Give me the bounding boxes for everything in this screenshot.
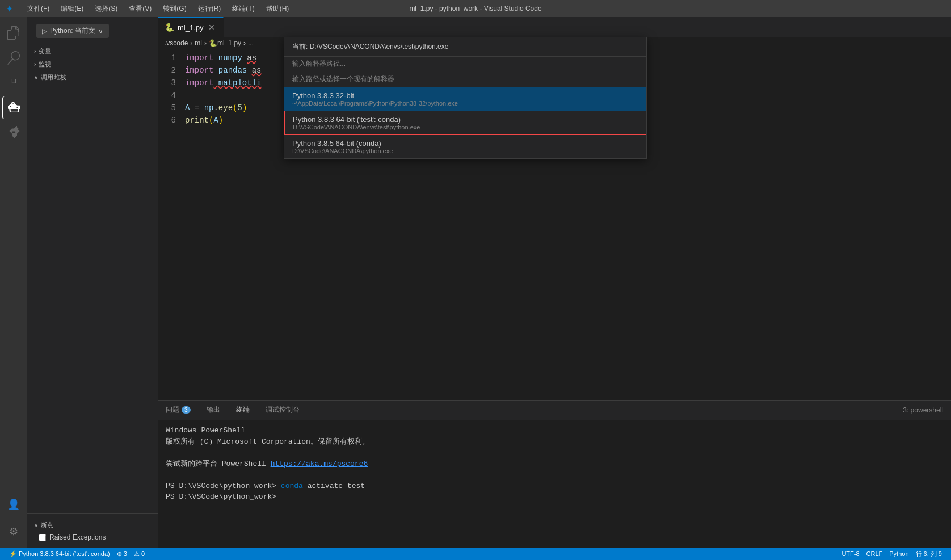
sidebar: ▷ Python: 当前文 ∨ › 变量 › 监视 ∨ 调用堆栈	[27, 17, 158, 548]
error-icon: ⊗	[117, 550, 122, 558]
raised-exceptions-item: Raised Exceptions	[27, 532, 158, 543]
status-warnings[interactable]: ⚠ 0	[131, 548, 148, 560]
chevron-down-icon2: ∨	[34, 74, 39, 81]
settings-icon[interactable]: ⚙	[2, 520, 25, 543]
status-right: UTF-8 CRLF Python 行 6, 列 9	[838, 550, 945, 558]
breadcrumb-filename[interactable]: ml_1.py	[217, 39, 241, 47]
breadcrumb-sep1: ›	[190, 39, 192, 47]
menu-help[interactable]: 帮助(H)	[262, 3, 294, 15]
terminal-conda-cmd: conda	[281, 482, 303, 490]
dropdown-item-py383-32[interactable]: Python 3.8.3 32-bit ~\AppData\Local\Prog…	[284, 87, 646, 111]
panel-tab-problems[interactable]: 问题 3	[158, 401, 199, 420]
id-matplotlib: matplotli	[213, 77, 261, 89]
editor-tab-ml1py[interactable]: 🐍 ml_1.py ✕	[158, 17, 224, 37]
breadcrumb-sep2: ›	[204, 39, 207, 47]
id-pandas: pandas	[213, 64, 251, 77]
status-encoding[interactable]: UTF-8	[838, 550, 862, 557]
status-python-interpreter: Python 3.8.3 64-bit ('test': conda)	[19, 550, 110, 557]
line-num-5: 5	[158, 102, 176, 114]
dropdown-search-title: 输入解释器路径...	[284, 57, 646, 72]
dropdown-item-title-2: Python 3.8.3 64-bit ('test': conda)	[293, 115, 638, 124]
raised-exceptions-checkbox[interactable]	[39, 534, 46, 541]
terminal-line-7: PS D:\VSCode\python_work>	[166, 491, 943, 503]
paren-open-1: (	[233, 102, 237, 114]
sidebar-watch-header[interactable]: › 监视	[27, 58, 158, 71]
menu-edit[interactable]: 编辑(E)	[56, 3, 88, 15]
menu-select[interactable]: 选择(S)	[90, 3, 122, 15]
dropdown-item-title-3: Python 3.8.5 64-bit (conda)	[292, 139, 638, 148]
panel: 问题 3 输出 终端 调试控制台 3: powershell Windows P…	[158, 400, 951, 548]
terminal-link[interactable]: https://aka.ms/pscore6	[271, 460, 368, 468]
python-interpreter-label: Python: 当前文	[50, 26, 95, 36]
play-icon: ▷	[42, 27, 47, 35]
tab-bar: 🐍 ml_1.py ✕	[158, 17, 951, 37]
line-num-2: 2	[158, 64, 176, 77]
literal-5: 5	[237, 102, 242, 114]
func-eye: eye	[218, 102, 233, 114]
line-num-6: 6	[158, 114, 176, 127]
menu-run[interactable]: 运行(R)	[193, 3, 226, 15]
menu-view[interactable]: 查看(V)	[124, 3, 156, 15]
chevron-right-icon: ›	[34, 48, 36, 54]
breadcrumb-file-icon: 🐍	[209, 39, 217, 47]
sidebar-variables-header[interactable]: › 变量	[27, 45, 158, 58]
id-numpy: numpy	[213, 52, 247, 64]
menu-terminal[interactable]: 终端(T)	[228, 3, 259, 15]
menu-file[interactable]: 文件(F)	[23, 3, 54, 15]
paren-open-2: (	[209, 114, 213, 127]
editor-tab-label: ml_1.py	[178, 23, 204, 32]
id-np: np	[204, 102, 214, 114]
panel-tab-debug-console[interactable]: 调试控制台	[258, 401, 308, 420]
id-A: A	[185, 102, 190, 114]
dropdown-item-py383-64[interactable]: Python 3.8.3 64-bit ('test': conda) D:\V…	[284, 111, 646, 135]
status-language[interactable]: Python	[886, 550, 912, 557]
scm-icon[interactable]: ⑂	[2, 71, 25, 94]
panel-tab-output[interactable]: 输出	[199, 401, 228, 420]
dropdown-hint: 输入路径或选择一个现有的解释器	[284, 72, 646, 87]
raised-exceptions-label: Raised Exceptions	[49, 533, 106, 541]
op-assign: =	[190, 102, 204, 114]
breadcrumb-ellipsis[interactable]: ...	[248, 39, 254, 47]
sidebar-breakpoints-section: ∨ 断点 Raised Exceptions	[27, 513, 158, 548]
dropdown-item-path-3: D:\VSCode\ANACONDA\python.exe	[292, 148, 638, 154]
breadcrumb-ml[interactable]: ml	[195, 39, 202, 47]
keyword-as-1: as	[247, 52, 256, 64]
remote-icon: ⚡	[9, 550, 17, 558]
sidebar-breakpoints-header[interactable]: ∨ 断点	[27, 519, 158, 532]
line-num-3: 3	[158, 77, 176, 89]
extensions-icon[interactable]	[2, 121, 25, 144]
status-error-count: 3	[124, 550, 127, 557]
dropdown-item-path-1: ~\AppData\Local\Programs\Python\Python38…	[292, 100, 638, 107]
breadcrumb-vscode[interactable]: .vscode	[165, 39, 188, 47]
account-icon[interactable]: 👤	[2, 493, 25, 516]
breadcrumb-sep3: ›	[243, 39, 246, 47]
tab-close-button[interactable]: ✕	[207, 22, 216, 33]
dropdown-item-title-1: Python 3.8.3 32-bit	[292, 91, 638, 100]
explorer-icon[interactable]	[2, 22, 25, 44]
sidebar-callstack-header[interactable]: ∨ 调用堆栈	[27, 71, 158, 84]
menu-bar[interactable]: 文件(F) 编辑(E) 选择(S) 查看(V) 转到(G) 运行(R) 终端(T…	[23, 3, 293, 15]
terminal-line-3	[166, 447, 943, 458]
sidebar-breakpoints-label: 断点	[41, 521, 54, 529]
paren-close-1: )	[242, 102, 247, 114]
python-interpreter-button[interactable]: ▷ Python: 当前文 ∨	[36, 24, 109, 38]
debug-run-icon[interactable]	[2, 96, 25, 119]
status-remote[interactable]: ⚡ Python 3.8.3 64-bit ('test': conda)	[6, 548, 113, 560]
menu-goto[interactable]: 转到(G)	[158, 3, 191, 15]
status-cursor-position[interactable]: 行 6, 列 9	[912, 550, 945, 558]
search-sidebar-icon[interactable]	[2, 47, 25, 69]
status-eol[interactable]: CRLF	[863, 550, 886, 557]
panel-tab-output-label: 输出	[207, 405, 220, 415]
sidebar-callstack-label: 调用堆栈	[41, 73, 67, 82]
dropdown-item-path-2: D:\VSCode\ANACONDA\envs\test\python.exe	[293, 124, 638, 130]
terminal-content[interactable]: Windows PowerShell 版权所有 (C) Microsoft Co…	[158, 420, 951, 548]
sidebar-variables-label: 变量	[39, 47, 52, 56]
status-errors[interactable]: ⊗ 3	[113, 548, 131, 560]
title-bar: ✦ 文件(F) 编辑(E) 选择(S) 查看(V) 转到(G) 运行(R) 终端…	[0, 0, 951, 17]
sidebar-watch-label: 监视	[39, 60, 52, 69]
line-num-1: 1	[158, 52, 176, 64]
line-numbers: 1 2 3 4 5 6	[158, 49, 180, 400]
dropdown-item-py385-64[interactable]: Python 3.8.5 64-bit (conda) D:\VSCode\AN…	[284, 135, 646, 158]
panel-tab-debug-label: 调试控制台	[266, 405, 300, 415]
panel-tab-terminal[interactable]: 终端	[228, 401, 258, 420]
